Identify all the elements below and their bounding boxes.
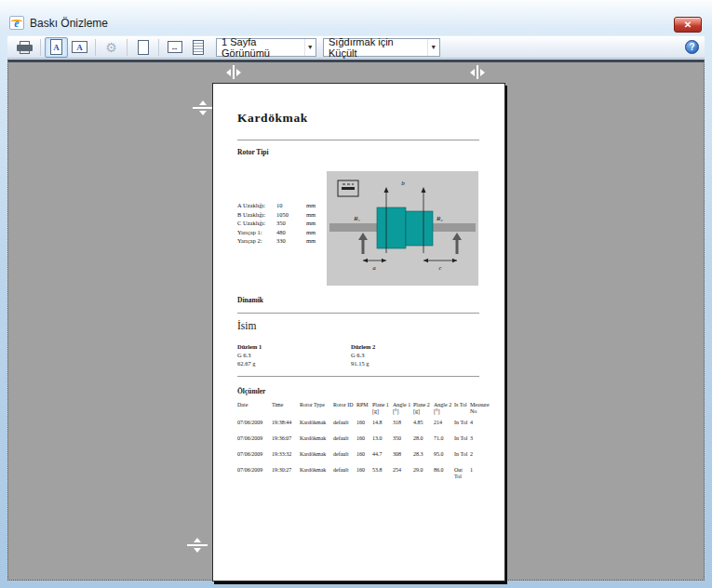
- table-cell: 160: [356, 420, 372, 435]
- report-document: Kardökmak Rotor Tipi A Uzaklığı: 10 mm B…: [213, 84, 504, 581]
- report-title: Kardökmak: [237, 111, 308, 126]
- table-cell: 4: [470, 420, 483, 435]
- shrink-to-fit-dropdown[interactable]: Sığdırmak için Küçült ▼: [323, 38, 440, 57]
- margin-handle-top-left[interactable]: [226, 65, 241, 79]
- table-cell: 29.0: [413, 467, 434, 489]
- param-row: Yarıçap 2: 330 mm: [237, 236, 323, 246]
- table-row: 07/06/2009 19:36:07 Kardökmak default 16…: [237, 435, 483, 451]
- plane-grade: G 6.3: [237, 351, 351, 359]
- table-cell: Kardökmak: [300, 435, 333, 451]
- view-mode-value: 1 Sayfa Görünümü: [222, 36, 298, 59]
- help-icon: ?: [689, 42, 694, 52]
- print-button[interactable]: [13, 37, 36, 58]
- margin-handle-left-top[interactable]: [193, 100, 213, 115]
- table-cell: 13.0: [372, 435, 393, 451]
- table-cell: 2: [470, 451, 483, 467]
- table-cell: 14.8: [372, 420, 393, 435]
- plane-name: Düzlem 1: [237, 342, 351, 351]
- toolbar-separator: [127, 39, 128, 56]
- table-cell: 07/06/2009: [237, 435, 272, 451]
- table-cell: Kardökmak: [300, 467, 333, 489]
- table-row: 07/06/2009 19:33:32 Kardökmak default 16…: [237, 451, 483, 467]
- preview-area: Kardökmak Rotor Tipi A Uzaklığı: 10 mm B…: [7, 60, 705, 581]
- help-button[interactable]: ?: [685, 40, 699, 54]
- table-cell: 308: [393, 451, 413, 467]
- param-row: B Uzaklığı: 1050 mm: [237, 210, 323, 220]
- divider: [237, 140, 479, 140]
- plane-mass: 62.67 g: [237, 359, 351, 368]
- toolbar-separator: [40, 39, 41, 56]
- portrait-page-icon: A: [50, 39, 62, 55]
- table-header-cell: Angle 2 [°]: [434, 402, 454, 420]
- plane-2-block: Düzlem 2 G 6.3 91.15 g: [351, 342, 463, 368]
- table-cell: 19:30:27: [272, 467, 300, 489]
- param-value: 330: [276, 236, 306, 246]
- close-button[interactable]: ✕: [674, 17, 702, 33]
- landscape-page-icon: A: [72, 41, 87, 53]
- table-cell: 44.7: [372, 451, 393, 467]
- table-cell: default: [333, 451, 356, 467]
- isim-heading: İsim: [237, 320, 256, 331]
- table-cell: default: [333, 420, 356, 435]
- page-setup-button[interactable]: ⚙: [100, 37, 123, 58]
- table-cell: 160: [356, 435, 372, 451]
- table-header-cell: Rotor ID: [333, 402, 356, 420]
- table-header-cell: Plane 2 [g]: [413, 402, 434, 420]
- table-header-cell: Is Tol: [454, 402, 470, 420]
- param-row: C Uzaklığı: 350 mm: [237, 219, 323, 228]
- table-cell: 19:36:07: [272, 435, 300, 451]
- page-width-view-button[interactable]: ↔: [163, 37, 186, 58]
- table-cell: 53.8: [372, 467, 393, 489]
- table-cell: 95.0: [434, 451, 454, 467]
- param-label: Yarıçap 1:: [237, 228, 276, 237]
- window-title: Baskı Önizleme: [30, 17, 108, 30]
- table-header-cell: Rotor Type: [300, 402, 333, 420]
- table-cell: Out Tol: [454, 467, 470, 489]
- plane-mass: 91.15 g: [351, 359, 463, 368]
- table-cell: 07/06/2009: [237, 451, 272, 467]
- close-icon: ✕: [684, 20, 692, 30]
- table-cell: default: [333, 435, 356, 451]
- rotor-diagram-drawing: R₁ R₂ b a c: [327, 171, 478, 286]
- toolbar-separator: [158, 39, 159, 56]
- table-row: 07/06/2009 19:38:44 Kardökmak default 16…: [237, 420, 483, 435]
- chevron-down-icon: ▼: [427, 39, 439, 56]
- portrait-orientation-button[interactable]: A: [45, 37, 68, 58]
- param-label: Yarıçap 2:: [237, 236, 276, 246]
- margin-handle-left-bottom[interactable]: [187, 538, 208, 553]
- support-arrow-left: [358, 233, 368, 254]
- multi-page-view-button[interactable]: [186, 37, 209, 58]
- printer-icon: [17, 41, 33, 54]
- label-r2: R₂: [436, 215, 443, 222]
- table-cell: 19:38:44: [272, 420, 300, 435]
- param-row: A Uzaklığı: 10 mm: [237, 201, 323, 210]
- param-label: B Uzaklığı:: [237, 210, 276, 220]
- table-cell: 160: [356, 467, 372, 489]
- toolbar-separator: [95, 39, 96, 56]
- table-cell: 1: [470, 467, 483, 489]
- margin-handle-top-right[interactable]: [470, 65, 485, 79]
- param-value: 10: [276, 201, 306, 210]
- table-header-row: Date Time Rotor Type Rotor ID RPM Plane …: [237, 402, 483, 420]
- print-preview-window: e Baskı Önizleme ✕ A A ⚙ ↔: [0, 0, 712, 588]
- table-cell: 71.0: [434, 435, 454, 451]
- table-header-cell: Time: [272, 402, 300, 420]
- table-header-cell: Plane 1 [g]: [372, 402, 393, 420]
- rotor-type-heading: Rotor Tipi: [237, 148, 269, 156]
- param-value: 480: [276, 228, 306, 237]
- support-arrow-right: [452, 233, 462, 254]
- ie-swoosh-icon: [11, 20, 22, 22]
- label-a: a: [372, 264, 375, 271]
- full-page-view-button[interactable]: [131, 37, 154, 58]
- table-header-cell: Date: [237, 402, 272, 420]
- table-cell: 318: [393, 420, 413, 435]
- table-cell: In Tol: [454, 420, 470, 435]
- rotor-symbol-icon: [338, 180, 358, 196]
- plane-results: Düzlem 1 G 6.3 62.67 g Düzlem 2 G 6.3 91…: [237, 342, 463, 368]
- landscape-orientation-button[interactable]: A: [68, 37, 91, 58]
- table-cell: default: [333, 467, 356, 489]
- label-r1: R₁: [353, 215, 360, 222]
- view-mode-dropdown[interactable]: 1 Sayfa Görünümü ▼: [216, 38, 316, 57]
- rotor-cylinder-left: [377, 207, 406, 248]
- table-cell: 07/06/2009: [237, 467, 272, 489]
